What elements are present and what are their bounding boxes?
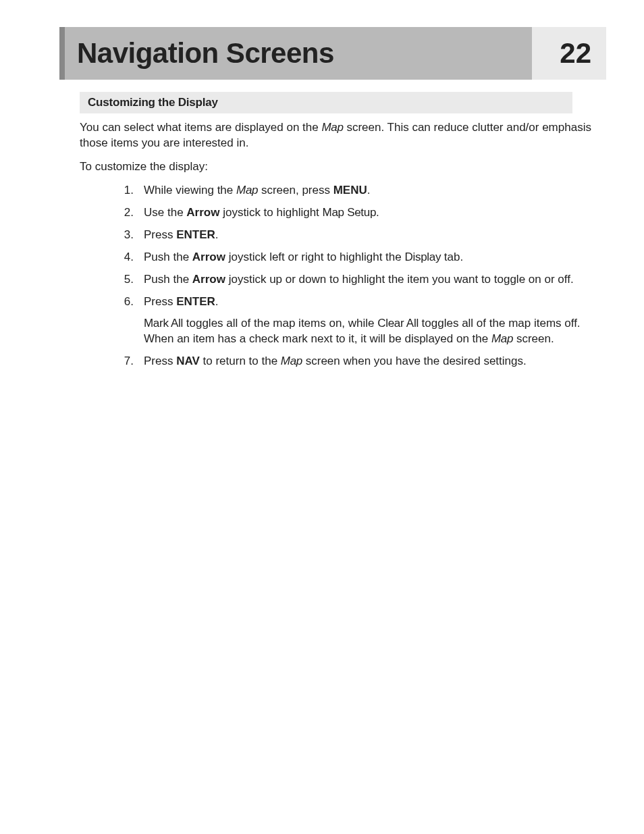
text-run: Push the	[144, 251, 192, 263]
text-run: Use the	[144, 206, 186, 219]
step-extra-text: Mark All toggles all of the map items on…	[144, 316, 603, 347]
steps-list: 1.While viewing the Map screen, press ME…	[113, 183, 603, 369]
step-text: Press ENTER.	[144, 228, 603, 243]
text-run: .	[215, 295, 219, 308]
page-title: Navigation Screens	[77, 37, 334, 70]
text-run: Press	[144, 355, 176, 367]
step-text: Push the Arrow joystick up or down to hi…	[144, 272, 603, 288]
text-run: joystick to highlight	[219, 206, 322, 219]
styled-run: Map	[491, 332, 513, 345]
text-run: to return to the	[200, 355, 281, 367]
step-item: 1.While viewing the Map screen, press ME…	[113, 183, 603, 199]
text-run: Press	[144, 228, 176, 241]
page-number: 22	[560, 37, 591, 70]
step-item: 5.Push the Arrow joystick up or down to …	[113, 272, 603, 288]
styled-run: Map	[236, 184, 258, 197]
text-run: toggles all of the map items on, while	[183, 317, 377, 330]
text-run: While viewing the	[144, 184, 236, 197]
step-text: Push the Arrow joystick left or right to…	[144, 250, 603, 265]
page: Navigation Screens 22 Customizing the Di…	[0, 0, 644, 369]
text-run: tab.	[441, 251, 463, 263]
step-item: 7.Press NAV to return to the Map screen …	[113, 354, 603, 369]
text-run: Push the	[144, 273, 192, 286]
section-subheader: Customizing the Display	[80, 92, 572, 113]
step-item: 6.Press ENTER.Mark All toggles all of th…	[113, 294, 603, 348]
styled-run: Display	[404, 251, 441, 263]
styled-run: ENTER	[176, 228, 215, 241]
step-text: While viewing the Map screen, press MENU…	[144, 183, 603, 199]
step-text: Press NAV to return to the Map screen wh…	[144, 354, 603, 369]
styled-run: Mark All	[144, 317, 183, 330]
text-run: .	[376, 206, 379, 219]
styled-run: Map	[281, 355, 302, 367]
step-number: 3.	[113, 228, 134, 243]
step-number: 5.	[113, 272, 134, 288]
ui-term-map: Map	[321, 121, 343, 134]
text-run: joystick up or down to highlight the ite…	[225, 273, 574, 286]
title-block: Navigation Screens	[59, 27, 532, 80]
text-run: screen when you have the desired setting…	[302, 355, 527, 367]
section-content: You can select what items are displayed …	[80, 120, 603, 369]
text-run: .	[367, 184, 371, 197]
text-run: You can select what items are displayed …	[80, 121, 321, 134]
intro-paragraph-1: You can select what items are displayed …	[80, 120, 603, 151]
page-header: Navigation Screens 22	[59, 27, 606, 80]
step-item: 3.Press ENTER.	[113, 228, 603, 243]
page-number-block: 22	[532, 27, 606, 80]
styled-run: Arrow	[192, 251, 225, 263]
styled-run: Map Setup	[323, 206, 377, 219]
styled-run: Arrow	[186, 206, 219, 219]
styled-run: ENTER	[176, 295, 215, 308]
step-item: 4.Push the Arrow joystick left or right …	[113, 250, 603, 265]
section-subtitle: Customizing the Display	[88, 96, 218, 109]
step-number: 6.	[113, 294, 134, 310]
styled-run: Clear All	[377, 317, 419, 330]
styled-run: MENU	[333, 184, 367, 197]
step-number: 4.	[113, 250, 134, 265]
intro-paragraph-2: To customize the display:	[80, 159, 603, 175]
step-number: 7.	[113, 354, 134, 369]
step-number: 1.	[113, 183, 134, 199]
styled-run: Arrow	[192, 273, 225, 286]
text-run: screen.	[513, 332, 554, 345]
text-run: Press	[144, 295, 176, 308]
text-run: screen, press	[258, 184, 333, 197]
step-number: 2.	[113, 205, 134, 221]
step-text: Use the Arrow joystick to highlight Map …	[144, 205, 603, 221]
text-run: joystick left or right to highlight the	[225, 251, 405, 263]
step-text: Press ENTER.	[144, 294, 603, 310]
styled-run: NAV	[176, 355, 200, 367]
step-item: 2.Use the Arrow joystick to highlight Ma…	[113, 205, 603, 221]
text-run: .	[215, 228, 219, 241]
